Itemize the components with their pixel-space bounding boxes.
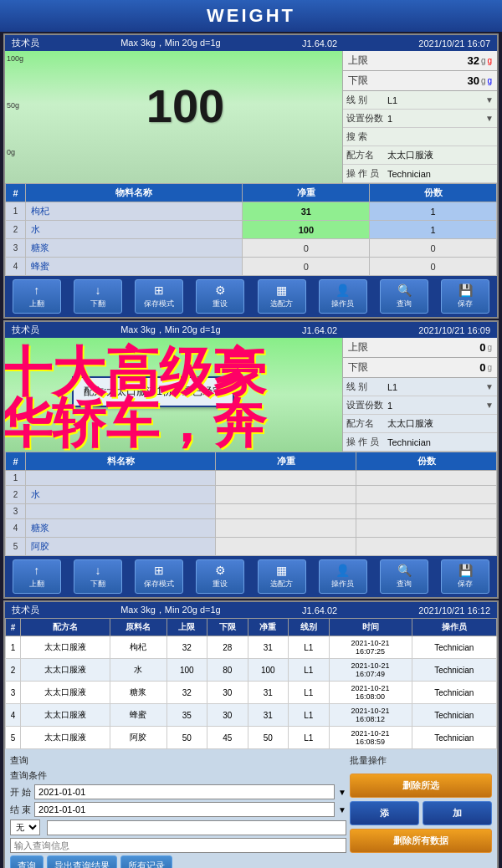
btn-all-records[interactable]: 所有记录 xyxy=(120,855,172,868)
btn-select-formula[interactable]: ▦ 选配方 xyxy=(258,279,306,314)
q-net: 31 xyxy=(248,704,288,727)
filter-input[interactable] xyxy=(47,820,346,835)
q-formula: 太太口服液 xyxy=(21,659,110,682)
p2-scroll-up-label: 上翻 xyxy=(29,579,44,590)
btn-scroll-down[interactable]: ↓ 下翻 xyxy=(74,279,122,314)
q-time: 2021-10-21 16:08:00 xyxy=(329,682,412,704)
p2-btn-scroll-up[interactable]: ↑ 上翻 xyxy=(13,559,61,594)
line-value: L1 xyxy=(387,95,485,105)
parts-cell: 0 xyxy=(370,258,497,276)
btn-export-results[interactable]: 导出查询结果 xyxy=(47,855,117,868)
panel2-user: 技术员 xyxy=(12,324,39,336)
p2-portions-drop[interactable]: ▼ xyxy=(485,401,494,410)
p2-select-formula-icon: ▦ xyxy=(276,564,287,577)
p2-btn-query[interactable]: 🔍 查询 xyxy=(380,559,428,594)
btn-scroll-up[interactable]: ↑ 上翻 xyxy=(13,279,61,314)
p2-btn-select-formula[interactable]: ▦ 选配方 xyxy=(258,559,306,594)
q-row-num: 2 xyxy=(6,659,21,682)
query-condition-row: 查询条件 xyxy=(10,769,346,782)
q-line: L1 xyxy=(289,636,329,659)
p2-operator-icon: 👤 xyxy=(336,564,350,577)
p2-query-label: 查询 xyxy=(397,579,412,590)
p2-btn-scroll-down[interactable]: ↓ 下翻 xyxy=(74,559,122,594)
end-label: 结 束 xyxy=(10,804,31,816)
q-material: 蜂蜜 xyxy=(110,704,166,727)
btn-reset[interactable]: ⚙ 重设 xyxy=(196,279,244,314)
row-num: 2 xyxy=(6,221,26,239)
end-date-input[interactable] xyxy=(34,802,335,817)
scale-label-top: 100g xyxy=(7,54,27,63)
btn-save-mode[interactable]: ⊞ 保存模式 xyxy=(135,279,183,314)
query-right-panel: 批量操作 删除所选 添 加 删除所有数据 xyxy=(350,754,492,853)
p2-query-icon: 🔍 xyxy=(397,564,412,577)
panel1-firmware: J1.64.02 xyxy=(302,38,337,49)
q-time: 2021-10-21 16:07:49 xyxy=(329,659,412,682)
query-main-label: 查询 xyxy=(10,754,28,767)
btn-delete-selected[interactable]: 删除所选 xyxy=(350,774,492,798)
material-name: 水 xyxy=(26,486,216,504)
batch-ops-label: 批量操作 xyxy=(350,754,492,767)
table-row: 3 xyxy=(6,504,497,519)
p2-scroll-up-icon: ↑ xyxy=(33,564,39,577)
scroll-up-icon: ↑ xyxy=(33,283,39,297)
btn-do-query[interactable]: 查询 xyxy=(10,855,44,868)
search-info-input[interactable] xyxy=(10,838,346,853)
q-upper: 32 xyxy=(166,682,207,704)
q-formula: 太太口服液 xyxy=(21,682,110,704)
weight-cell: 31 xyxy=(243,202,370,221)
btn-query[interactable]: 🔍 查询 xyxy=(380,279,428,314)
q-lower: 30 xyxy=(207,682,248,704)
p2-save-mode-label: 保存模式 xyxy=(144,579,174,590)
lower-limit-value: 30 xyxy=(371,74,479,87)
q-col-lower: 下限 xyxy=(207,619,248,636)
p2-operator-label: 操作员 xyxy=(331,579,354,590)
panel1-data-table: # 物料名称 净重 份数 1 枸杞 31 1 2 水 100 1 xyxy=(5,183,497,276)
start-date-input[interactable] xyxy=(34,784,335,799)
btn-save[interactable]: 💾 保存 xyxy=(441,279,489,314)
scale-label-bot: 0g xyxy=(7,148,27,156)
lower-limit-row: 下限 30 g g xyxy=(343,71,497,91)
operator-icon: 👤 xyxy=(336,283,350,297)
p2-btn-save[interactable]: 💾 保存 xyxy=(441,559,489,594)
none-select[interactable]: 无 xyxy=(10,819,40,835)
p2-line-drop[interactable]: ▼ xyxy=(485,382,494,391)
btn-add2[interactable]: 加 xyxy=(423,801,492,825)
q-row-num: 3 xyxy=(6,682,21,704)
panel3-query-table: # 配方名 原料名 上限 下限 净重 线别 时间 操作员 1 太太口服液 枸杞 … xyxy=(5,618,497,749)
q-col-op: 操作员 xyxy=(412,619,496,636)
end-dropdown-icon[interactable]: ▼ xyxy=(338,805,346,814)
p2-upper-value: 0 xyxy=(371,341,485,354)
panel1-maxmin: Max 3kg，Min 20g d=1g xyxy=(120,37,221,49)
query-controls-area: 查询 查询条件 开 始 ▼ 结 束 ▼ 无 xyxy=(5,749,497,868)
q-col-upper: 上限 xyxy=(166,619,207,636)
btn-operator[interactable]: 👤 操作员 xyxy=(319,279,367,314)
panel2-maxmin: Max 3kg，Min 20g d=1g xyxy=(120,324,221,336)
p2-btn-operator[interactable]: 👤 操作员 xyxy=(319,559,367,594)
panel2-data-table: # 料名称 净重 份数 1 2 水 xyxy=(5,452,497,556)
btn-add[interactable]: 添 xyxy=(350,801,419,825)
q-upper: 32 xyxy=(166,636,207,659)
parts-cell xyxy=(356,519,497,538)
p2-col-w: 净重 xyxy=(216,452,356,471)
p2-save-mode-icon: ⊞ xyxy=(154,564,164,577)
start-dropdown-icon[interactable]: ▼ xyxy=(338,788,346,797)
line-dropdown-icon[interactable]: ▼ xyxy=(485,95,494,105)
upper-limit-label: 上限 xyxy=(348,54,371,68)
query-buttons-row: 查询 导出查询结果 所有记录 xyxy=(10,855,346,868)
p2-portions-label: 设置份数 xyxy=(346,399,384,411)
save-label: 保存 xyxy=(458,299,473,309)
row-num: 3 xyxy=(6,504,26,519)
panel3-maxmin: Max 3kg，Min 20g d=1g xyxy=(120,604,221,616)
material-name: 枸杞 xyxy=(26,202,243,221)
operator-label: 操作员 xyxy=(331,299,354,309)
q-col-formula: 配方名 xyxy=(21,619,110,636)
none-select-row: 无 xyxy=(10,819,346,835)
p2-btn-save-mode[interactable]: ⊞ 保存模式 xyxy=(135,559,183,594)
p2-btn-reset[interactable]: ⚙ 重设 xyxy=(196,559,244,594)
portions-dropdown-icon[interactable]: ▼ xyxy=(485,114,494,123)
q-upper: 35 xyxy=(166,704,207,727)
panel1-datetime: 2021/10/21 16:07 xyxy=(418,38,490,49)
btn-delete-all[interactable]: 删除所有数据 xyxy=(350,829,492,853)
panel-1: 技术员 Max 3kg，Min 20g d=1g J1.64.02 2021/1… xyxy=(3,33,499,319)
query-table-row: 4 太太口服液 蜂蜜 35 30 31 L1 2021-10-21 16:08:… xyxy=(6,704,497,727)
